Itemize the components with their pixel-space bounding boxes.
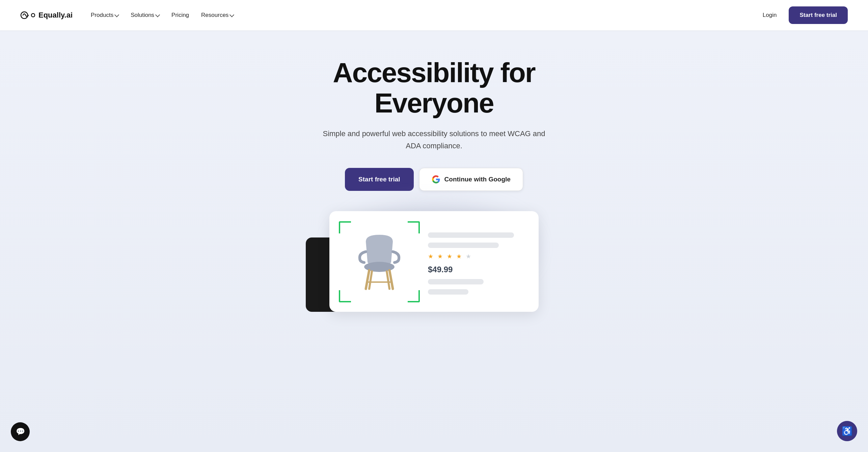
product-stars: ★ ★ ★ ★ ★ xyxy=(428,253,529,260)
google-button-label: Continue with Google xyxy=(444,176,511,183)
accessibility-widget[interactable]: ♿ xyxy=(837,421,857,441)
login-button[interactable]: Login xyxy=(757,9,782,21)
product-title-skeleton xyxy=(428,232,514,238)
star-2: ★ xyxy=(437,253,445,260)
nav-products[interactable]: Products xyxy=(86,9,123,21)
product-info: ★ ★ ★ ★ ★ $49.99 xyxy=(428,221,529,302)
hero-trial-button[interactable]: Start free trial xyxy=(345,168,414,191)
svg-point-0 xyxy=(21,12,28,19)
navbar: Equally.ai Products Solutions Pricing Re… xyxy=(0,0,868,30)
star-1: ★ xyxy=(428,253,435,260)
nav-pricing[interactable]: Pricing xyxy=(167,9,194,21)
accessibility-icon: ♿ xyxy=(842,426,852,436)
nav-trial-button[interactable]: Start free trial xyxy=(789,6,848,24)
svg-point-1 xyxy=(31,14,35,17)
hero-google-button[interactable]: Continue with Google xyxy=(419,168,523,191)
product-price: $49.99 xyxy=(428,265,529,274)
hero-cta-group: Start free trial Continue with Google xyxy=(345,168,523,191)
hero-subtitle: Simple and powerful web accessibility so… xyxy=(316,128,552,151)
chat-icon: 💬 xyxy=(16,427,25,436)
nav-resources[interactable]: Resources xyxy=(196,9,238,21)
product-image-wrapper xyxy=(339,221,420,302)
solutions-chevron-icon xyxy=(155,12,160,17)
bracket-top-right xyxy=(408,221,420,233)
product-desc-skeleton xyxy=(428,243,499,248)
navbar-right: Login Start free trial xyxy=(757,6,848,24)
chair-illustration xyxy=(352,231,406,292)
logo[interactable]: Equally.ai xyxy=(20,11,73,20)
hero-title: Accessibility for Everyone xyxy=(282,57,586,118)
bracket-bottom-left xyxy=(339,290,351,302)
star-5: ★ xyxy=(466,253,473,260)
bracket-bottom-right xyxy=(408,290,420,302)
products-chevron-icon xyxy=(114,12,119,17)
star-3: ★ xyxy=(447,253,454,260)
logo-icon xyxy=(20,11,35,19)
demo-area: ★ ★ ★ ★ ★ $49.99 xyxy=(0,211,868,312)
resources-chevron-icon xyxy=(229,12,234,17)
bracket-top-left xyxy=(339,221,351,233)
google-icon xyxy=(432,175,440,184)
navbar-nav: Products Solutions Pricing Resources xyxy=(86,9,757,21)
brand-name: Equally.ai xyxy=(38,11,73,20)
nav-solutions[interactable]: Solutions xyxy=(126,9,164,21)
product-card: ★ ★ ★ ★ ★ $49.99 xyxy=(329,211,539,312)
product-cta-skeleton xyxy=(428,279,484,284)
product-extra-skeleton xyxy=(428,289,468,295)
chat-widget[interactable]: 💬 xyxy=(11,422,30,441)
star-4: ★ xyxy=(456,253,464,260)
hero-section: Accessibility for Everyone Simple and po… xyxy=(0,30,868,452)
